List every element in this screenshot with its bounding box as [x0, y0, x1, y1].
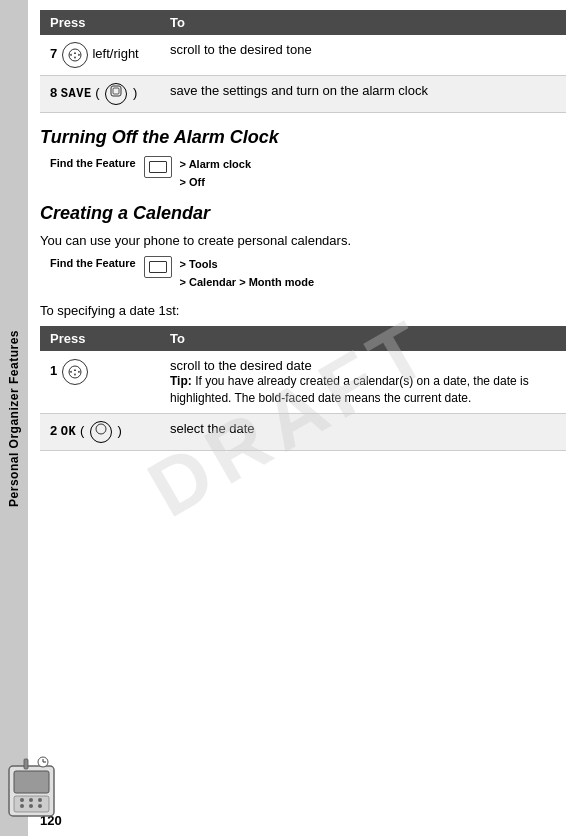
svg-point-12	[96, 424, 106, 434]
svg-point-19	[20, 804, 24, 808]
path2-line2: > Calendar > Month mode	[180, 274, 315, 292]
svg-text:▲: ▲	[73, 50, 77, 55]
svg-text:▼: ▼	[73, 372, 77, 377]
path2-line2-text: Calendar > Month mode	[189, 276, 314, 288]
svg-point-21	[38, 804, 42, 808]
section2-body: You can use your phone to create persona…	[40, 232, 566, 250]
press-table-2: Press To 1 ▲ ▼ ◄ ►	[40, 326, 566, 452]
step-number: 1	[50, 363, 57, 378]
table1-row1-press-label: left/right	[92, 46, 138, 61]
table2-row1-press: 1 ▲ ▼ ◄ ►	[40, 351, 160, 414]
table1-header-to: To	[160, 10, 566, 35]
table1-row2-press: 8 SAVE ( )	[40, 76, 160, 113]
page-container: DRAFT Personal Organizer Features Press …	[0, 0, 582, 836]
table2-row1-tip: Tip: If you have already created a calen…	[170, 373, 556, 407]
tip-text-content: If you have already created a calendar(s…	[170, 374, 529, 405]
path-line2: > Off	[180, 174, 251, 192]
find-feature-path-1: > Alarm clock > Off	[180, 156, 251, 191]
find-feature-path-2: > Tools > Calendar > Month mode	[180, 256, 315, 291]
path-line2-text: Off	[189, 176, 205, 188]
svg-text:◄: ◄	[68, 369, 72, 374]
svg-text:►: ►	[77, 52, 81, 57]
svg-point-20	[29, 804, 33, 808]
ok-code: OK	[61, 426, 76, 440]
ok-icon	[90, 421, 112, 443]
press-table-1: Press To 7 ▲ ▼ ◄ ►	[40, 10, 566, 113]
svg-rect-14	[14, 771, 49, 793]
svg-text:▼: ▼	[73, 55, 77, 60]
table-row: 8 SAVE ( ) save the settings and turn on…	[40, 76, 566, 113]
step-number: 2	[50, 424, 57, 439]
section2-sub-heading: To specifying a date 1st:	[40, 302, 566, 320]
find-feature-2: Find the Feature > Tools > Calendar > Mo…	[50, 256, 566, 291]
paren-close: )	[133, 85, 137, 100]
paren-open: (	[95, 85, 99, 100]
table2-header-press: Press	[40, 326, 160, 351]
table-row: 2 OK ( ) select the date	[40, 414, 566, 451]
table1-row1-press: 7 ▲ ▼ ◄ ► left/right	[40, 35, 160, 76]
table2-row1-main: scroll to the desired date	[170, 358, 556, 373]
save-code: SAVE	[61, 87, 92, 101]
svg-text:◄: ◄	[68, 52, 72, 57]
menu-icon-2	[144, 256, 172, 278]
nav-icon: ▲ ▼ ◄ ►	[62, 42, 88, 68]
main-content: Press To 7 ▲ ▼ ◄ ►	[28, 0, 582, 836]
path2-line1-text: Tools	[189, 258, 218, 270]
svg-text:▲: ▲	[73, 366, 77, 371]
step-number: 7	[50, 46, 57, 61]
phone-svg	[4, 756, 59, 821]
menu-icon-1	[144, 156, 172, 178]
path-line1: > Alarm clock	[180, 156, 251, 174]
step-number: 8	[50, 85, 57, 100]
sidebar-label: Personal Organizer Features	[7, 330, 21, 507]
table2-header-to: To	[160, 326, 566, 351]
table-row: 7 ▲ ▼ ◄ ► left/right scroll to	[40, 35, 566, 76]
table-row: 1 ▲ ▼ ◄ ► scroll to the desir	[40, 351, 566, 414]
paren-close-2: )	[117, 424, 121, 439]
svg-rect-22	[24, 759, 28, 769]
path-line1-text: Alarm clock	[189, 158, 251, 170]
phone-image	[4, 756, 64, 826]
sidebar: Personal Organizer Features	[0, 0, 28, 836]
table1-header-press: Press	[40, 10, 160, 35]
svg-rect-5	[111, 86, 121, 96]
find-feature-label-2: Find the Feature	[50, 256, 136, 269]
table2-row2-press: 2 OK ( )	[40, 414, 160, 451]
svg-point-16	[20, 798, 24, 802]
nav-icon-2: ▲ ▼ ◄ ►	[62, 359, 88, 385]
section2-title: Creating a Calendar	[40, 203, 566, 224]
save-icon	[105, 83, 127, 105]
svg-rect-6	[113, 88, 119, 94]
table2-row2-action: select the date	[160, 414, 566, 451]
paren-open-2: (	[80, 424, 84, 439]
find-feature-1: Find the Feature > Alarm clock > Off	[50, 156, 566, 191]
table1-row1-action: scroll to the desired tone	[160, 35, 566, 76]
find-feature-label-1: Find the Feature	[50, 156, 136, 169]
svg-text:►: ►	[77, 369, 81, 374]
svg-point-18	[38, 798, 42, 802]
path2-line1: > Tools	[180, 256, 315, 274]
svg-point-17	[29, 798, 33, 802]
table1-row2-action: save the settings and turn on the alarm …	[160, 76, 566, 113]
table2-row1-action: scroll to the desired date Tip: If you h…	[160, 351, 566, 414]
section1-title: Turning Off the Alarm Clock	[40, 127, 566, 148]
